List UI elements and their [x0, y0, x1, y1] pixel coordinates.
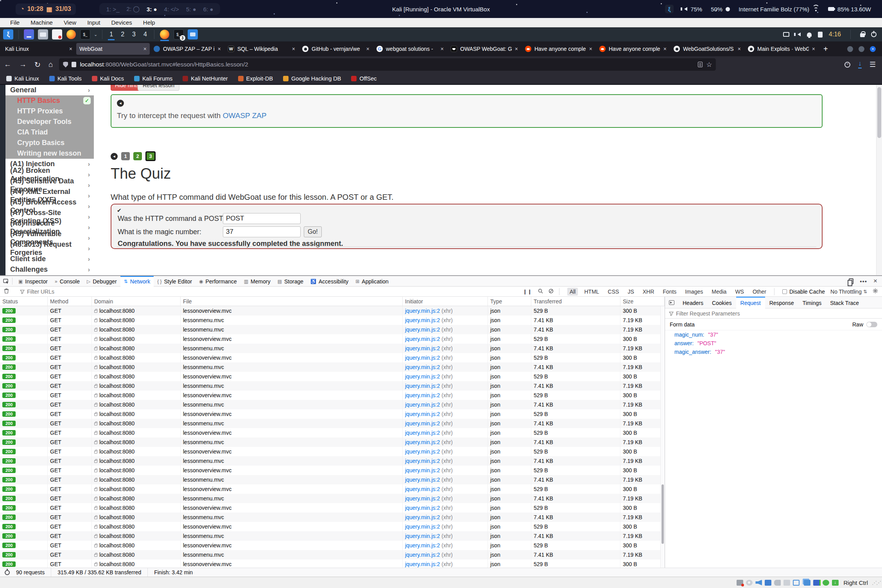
- request-row[interactable]: 200 GET localhost:8080 lessonmenu.mvc jq…: [0, 475, 665, 484]
- filter-request-parameters-input[interactable]: [676, 310, 770, 317]
- bookmark-item[interactable]: Google Hacking DB: [283, 75, 341, 82]
- initiator-link[interactable]: jquery.min.js:2: [405, 317, 440, 323]
- type-filter-button[interactable]: All: [567, 288, 578, 296]
- downloads-icon[interactable]: ↓: [858, 61, 862, 68]
- initiator-link[interactable]: jquery.min.js:2: [405, 505, 440, 511]
- responsive-design-mode-icon[interactable]: [849, 278, 853, 284]
- devtools-tab[interactable]: ⊞ Application: [352, 276, 392, 287]
- details-tab[interactable]: Headers: [678, 297, 708, 308]
- request-row[interactable]: 200 GET localhost:8080 lessonmenu.mvc jq…: [0, 344, 665, 353]
- initiator-link[interactable]: jquery.min.js:2: [405, 458, 440, 464]
- browser-tab[interactable]: WebGoat ×: [76, 43, 150, 55]
- block-requests-icon[interactable]: [549, 289, 554, 295]
- scrollbar-thumb[interactable]: [877, 87, 881, 138]
- workspace-button[interactable]: 2: [117, 29, 128, 39]
- page-scrollbar[interactable]: [876, 85, 882, 275]
- throttling-dropdown[interactable]: No Throttling ⇅: [830, 289, 867, 295]
- request-row[interactable]: 200 GET localhost:8080 lessonoverview.mv…: [0, 484, 665, 494]
- bookmark-item[interactable]: Kali Docs: [92, 75, 124, 82]
- column-domain[interactable]: Domain: [92, 297, 181, 306]
- sidebar-lesson-item[interactable]: Writing new lesson ✓: [5, 148, 94, 159]
- vm-device-icon[interactable]: [746, 580, 753, 586]
- initiator-link[interactable]: jquery.min.js:2: [405, 392, 440, 398]
- request-row[interactable]: 200 GET localhost:8080 lessonmenu.mvc jq…: [0, 531, 665, 541]
- request-row[interactable]: 200 GET localhost:8080 lessonoverview.mv…: [0, 409, 665, 419]
- devtools-tab[interactable]: ♿ Accessibility: [307, 276, 352, 287]
- initiator-link[interactable]: jquery.min.js:2: [405, 552, 440, 558]
- vm-device-icon[interactable]: [755, 580, 762, 586]
- initiator-link[interactable]: jquery.min.js:2: [405, 336, 440, 342]
- minimize-button[interactable]: [847, 46, 853, 52]
- maximize-button[interactable]: [859, 46, 864, 52]
- browser-tab[interactable]: Have anyone comple ×: [522, 43, 595, 55]
- initiator-link[interactable]: jquery.min.js:2: [405, 467, 440, 473]
- new-tab-button[interactable]: +: [819, 45, 833, 54]
- site-info-icon[interactable]: [72, 62, 76, 67]
- raw-toggle-switch[interactable]: [866, 322, 877, 327]
- request-row[interactable]: 200 GET localhost:8080 lessonmenu.mvc jq…: [0, 325, 665, 334]
- devtools-tab[interactable]: ◉ Performance: [195, 276, 240, 287]
- volume-tray-icon[interactable]: [796, 32, 801, 36]
- vm-device-icon[interactable]: [793, 580, 800, 586]
- go-button[interactable]: Go!: [304, 226, 322, 237]
- lock-screen-icon[interactable]: [860, 33, 865, 37]
- file-manager-icon[interactable]: [38, 29, 48, 39]
- initiator-link[interactable]: jquery.min.js:2: [405, 420, 440, 427]
- initiator-link[interactable]: jquery.min.js:2: [405, 383, 440, 389]
- request-row[interactable]: 200 GET localhost:8080 lessonmenu.mvc jq…: [0, 513, 665, 522]
- request-row[interactable]: 200 GET localhost:8080 lessonmenu.mvc jq…: [0, 400, 665, 409]
- details-tab[interactable]: Timings: [798, 297, 826, 308]
- power-icon[interactable]: [871, 32, 877, 37]
- menubar-item[interactable]: Machine: [26, 18, 57, 27]
- tab-close-icon[interactable]: ×: [812, 46, 815, 52]
- address-bar[interactable]: localhost:8080/WebGoat/start.mvc#lesson/…: [59, 58, 716, 71]
- tab-close-icon[interactable]: ×: [441, 46, 444, 52]
- devtools-tab[interactable]: { } Style Editor: [154, 276, 195, 287]
- browser-tab[interactable]: Kali Linux ×: [2, 43, 75, 55]
- type-filter-button[interactable]: Fonts: [660, 288, 679, 296]
- devtools-tab[interactable]: ⇅ Network: [120, 276, 154, 287]
- tab-close-icon[interactable]: ×: [292, 46, 295, 52]
- resize-grip[interactable]: ⋰⋰: [872, 580, 880, 586]
- sidebar-lesson-item[interactable]: Developer Tools ✓: [5, 117, 94, 127]
- firefox-launcher-icon[interactable]: [66, 29, 76, 39]
- workspace-button[interactable]: 1: [106, 29, 117, 39]
- host-workspace[interactable]: 5: ●: [186, 6, 196, 13]
- browser-tab[interactable]: OWASP WebGoat: G ×: [448, 43, 521, 55]
- form-data-param[interactable]: answer: "POST": [665, 339, 882, 348]
- vm-device-icon[interactable]: [765, 580, 771, 586]
- page-number-button[interactable]: 3: [145, 151, 156, 161]
- owasp-zap-link[interactable]: OWASP ZAP: [223, 111, 267, 120]
- text-editor-icon[interactable]: [52, 29, 62, 39]
- tab-close-icon[interactable]: ×: [515, 46, 518, 52]
- previous-page-icon[interactable]: ◄: [111, 153, 118, 160]
- initiator-link[interactable]: jquery.min.js:2: [405, 477, 440, 483]
- request-row[interactable]: 200 GET localhost:8080 lessonoverview.mv…: [0, 353, 665, 362]
- tab-close-icon[interactable]: ×: [366, 46, 369, 52]
- initiator-link[interactable]: jquery.min.js:2: [405, 373, 440, 380]
- request-list-scrollbar[interactable]: [660, 306, 665, 568]
- request-row[interactable]: 200 GET localhost:8080 lessonoverview.mv…: [0, 306, 665, 316]
- initiator-link[interactable]: jquery.min.js:2: [405, 533, 440, 539]
- column-size[interactable]: Size: [620, 297, 665, 306]
- back-button[interactable]: ←: [4, 60, 11, 69]
- browser-tab[interactable]: Main Exploits · WebG ×: [745, 43, 818, 55]
- host-workspace[interactable]: 6: ●: [203, 6, 213, 13]
- menubar-item[interactable]: Devices: [107, 18, 137, 27]
- sidebar-lesson-item[interactable]: HTTP Basics ✓: [5, 95, 94, 106]
- form-data-param[interactable]: magic_num: "37": [665, 330, 882, 339]
- menubar-item[interactable]: Help: [138, 18, 160, 27]
- devtools-tab[interactable]: ▣ Inspector: [15, 276, 51, 287]
- initiator-link[interactable]: jquery.min.js:2: [405, 326, 440, 333]
- tracking-protection-shield-icon[interactable]: [63, 62, 68, 68]
- tab-close-icon[interactable]: ×: [143, 46, 147, 52]
- network-settings-gear-icon[interactable]: [873, 288, 878, 295]
- vm-device-icon[interactable]: [832, 580, 839, 586]
- sidebar-item-general[interactable]: General ›: [5, 85, 94, 95]
- scrollbar-thumb[interactable]: [662, 484, 664, 544]
- devtools-tab[interactable]: ▷ Debugger: [83, 276, 120, 287]
- bookmark-item[interactable]: Kali Tools: [49, 75, 82, 82]
- type-filter-button[interactable]: Media: [709, 288, 729, 296]
- performance-analysis-icon[interactable]: [5, 570, 10, 575]
- browser-tab[interactable]: G webgoat solutions - ×: [373, 43, 447, 55]
